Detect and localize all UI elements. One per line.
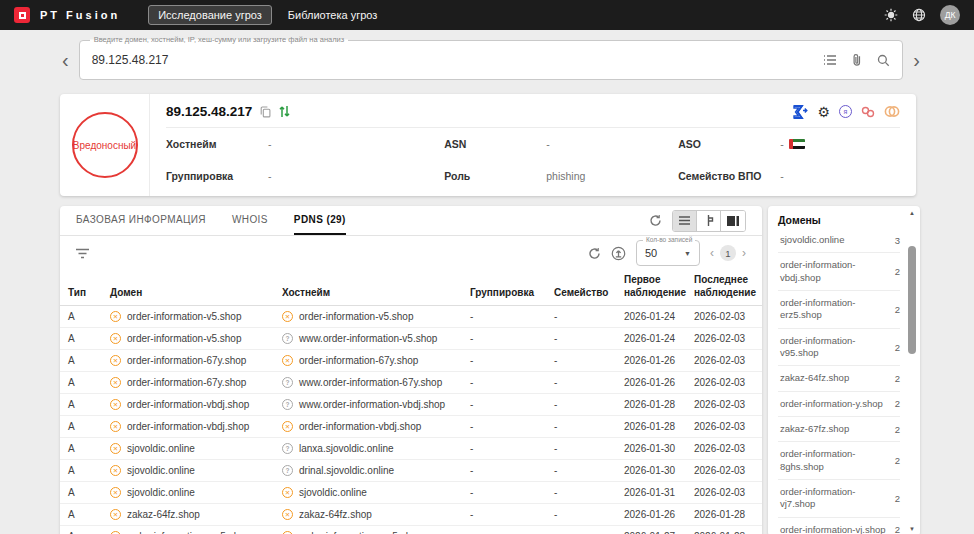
domain-name[interactable]: order-information-vbdj.shop [780,259,889,284]
circle-badge-icon[interactable]: я [839,105,852,118]
history-prev-icon[interactable]: ‹ [62,50,69,70]
cell-domain[interactable]: ✕order-information-v5.shop [102,328,274,350]
tab-inactive[interactable]: БАЗОВАЯ ИНФОРМАЦИЯ [76,206,206,235]
table-row[interactable]: A✕order-information-vbdj.shop?www.order-… [60,394,762,416]
cell-domain[interactable]: ✕sjovoldic.online [102,482,274,504]
cell-hostname[interactable]: ✕order-information-67y.shop [274,350,462,372]
view-list-button[interactable] [673,211,697,231]
records-per-page-select[interactable]: Кол-во записей 50 ▼ [636,240,700,266]
search-icon[interactable] [877,54,890,67]
domain-name[interactable]: zakaz-64fz.shop [780,372,849,384]
table-row[interactable]: A✕zakaz-64fz.shop✕zakaz-64fz.shop--2026-… [60,504,762,526]
refresh-tabs-icon[interactable] [649,214,662,227]
table-row[interactable]: A✕sjovoldic.online?drinal.sjovoldic.onli… [60,460,762,482]
history-next-icon[interactable]: › [913,50,920,70]
domain-list-item[interactable]: order-information-erz5.shop2 [778,291,900,329]
scroll-thumb[interactable] [908,246,916,354]
search-value[interactable]: 89.125.48.217 [92,53,824,67]
cell-hostname[interactable]: ?drinal.sjovoldic.online [274,460,462,482]
cell-hostname[interactable]: ✕sjovoldic.online [274,482,462,504]
domain-list-item[interactable]: order-information-8ghs.shop2 [778,442,900,480]
table-row[interactable]: A✕order-information-erz5.shop✕order-info… [60,526,762,534]
cell-group: - [462,328,546,350]
view-split-button[interactable] [721,211,745,231]
cell-domain[interactable]: ✕order-information-v5.shop [102,306,274,328]
cell-group: - [462,460,546,482]
domain-list-item[interactable]: order-information-y.shop2 [778,392,900,417]
gear-icon[interactable]: ⚙ [817,105,830,119]
cell-domain[interactable]: ✕order-information-67y.shop [102,372,274,394]
topbar-nav: Исследование угрозБиблиотека угроз [148,5,387,25]
page-number[interactable]: 1 [720,245,736,261]
cell-type: A [60,460,102,482]
domain-list-item[interactable]: order-information-vj7.shop2 [778,480,900,518]
cell-domain[interactable]: ✕order-information-vbdj.shop [102,416,274,438]
chain-icon[interactable] [861,106,875,118]
domain-name[interactable]: order-information-y.shop [780,398,883,410]
page-prev-icon[interactable]: ‹ [710,246,714,260]
domain-list-item[interactable]: sjovoldic.online3 [778,228,900,253]
table-row[interactable]: A✕sjovoldic.online?lanxa.sjovoldic.onlin… [60,438,762,460]
export-icon[interactable] [611,246,626,261]
cell-domain[interactable]: ✕sjovoldic.online [102,438,274,460]
refresh-table-icon[interactable] [588,247,601,260]
table-row[interactable]: A✕sjovoldic.online✕sjovoldic.online--202… [60,482,762,504]
cell-hostname[interactable]: ?www.order-information-67y.shop [274,372,462,394]
table-row[interactable]: A✕order-information-vbdj.shop✕order-info… [60,416,762,438]
filter-icon[interactable] [76,248,89,259]
domain-name[interactable]: sjovoldic.online [780,234,844,246]
cell-domain[interactable]: ✕order-information-erz5.shop [102,526,274,534]
domain-name[interactable]: order-information-erz5.shop [780,297,889,322]
domain-name[interactable]: order-information-8ghs.shop [780,448,889,473]
search-input[interactable]: Введите домен, хостнейм, IP, хеш-сумму и… [79,40,904,80]
theme-sun-icon[interactable] [884,8,898,22]
domain-list-item[interactable]: order-information-vj.shop2 [778,518,900,534]
tab-inactive[interactable]: WHOIS [232,206,268,235]
page-next-icon[interactable]: › [742,246,746,260]
domain-list-item[interactable]: zakaz-67fz.shop2 [778,417,900,442]
cell-hostname[interactable]: ✕zakaz-64fz.shop [274,504,462,526]
table-row[interactable]: A✕order-information-v5.shop✕order-inform… [60,306,762,328]
cell-domain[interactable]: ✕zakaz-64fz.shop [102,504,274,526]
tab-active[interactable]: PDNS (29) [294,206,346,235]
table-row[interactable]: A✕order-information-67y.shop?www.order-i… [60,372,762,394]
domains-scrollbar[interactable]: ▲ ▼ [907,208,917,534]
list-icon[interactable] [823,54,837,66]
cell-hostname[interactable]: ✕order-information-erz5.shop [274,526,462,534]
user-avatar[interactable]: ДК [940,5,960,25]
domain-name[interactable]: zakaz-67fz.shop [780,423,849,435]
cell-family: - [546,416,616,438]
cell-last-seen: 2026-02-03 [686,416,762,438]
coins-icon[interactable] [884,105,900,118]
table-row[interactable]: A✕order-information-v5.shop?www.order-in… [60,328,762,350]
sigma-export-icon[interactable] [793,105,808,119]
malicious-indicator-icon: ✕ [110,333,121,344]
cell-type: A [60,504,102,526]
scroll-up-icon[interactable]: ▲ [909,208,915,218]
domain-name[interactable]: order-information-vj7.shop [780,486,889,511]
attach-file-icon[interactable] [851,53,863,67]
domain-name[interactable]: order-information-v95.shop [780,335,889,360]
domain-list-item[interactable]: order-information-v95.shop2 [778,329,900,367]
field-label: ASO [678,138,780,150]
cell-domain[interactable]: ✕order-information-vbdj.shop [102,394,274,416]
domain-list-item[interactable]: zakaz-64fz.shop2 [778,366,900,391]
domain-name[interactable]: order-information-vj.shop [780,524,886,534]
cell-hostname[interactable]: ?www.order-information-vbdj.shop [274,394,462,416]
malicious-indicator-icon: ✕ [282,355,293,366]
nav-tab[interactable]: Библиотека угроз [278,5,388,25]
cell-hostname[interactable]: ?lanxa.sjovoldic.online [274,438,462,460]
cell-hostname[interactable]: ?www.order-information-v5.shop [274,328,462,350]
graph-route-icon[interactable] [279,105,290,118]
view-graph-button[interactable] [697,211,721,231]
cell-hostname[interactable]: ✕order-information-v5.shop [274,306,462,328]
nav-tab[interactable]: Исследование угроз [148,5,272,25]
domain-list-item[interactable]: order-information-vbdj.shop2 [778,253,900,291]
cell-domain[interactable]: ✕sjovoldic.online [102,460,274,482]
scroll-down-icon[interactable]: ▼ [909,524,915,534]
language-globe-icon[interactable] [912,8,926,22]
table-row[interactable]: A✕order-information-67y.shop✕order-infor… [60,350,762,372]
cell-hostname[interactable]: ✕order-information-vbdj.shop [274,416,462,438]
copy-icon[interactable] [260,106,271,118]
cell-domain[interactable]: ✕order-information-67y.shop [102,350,274,372]
